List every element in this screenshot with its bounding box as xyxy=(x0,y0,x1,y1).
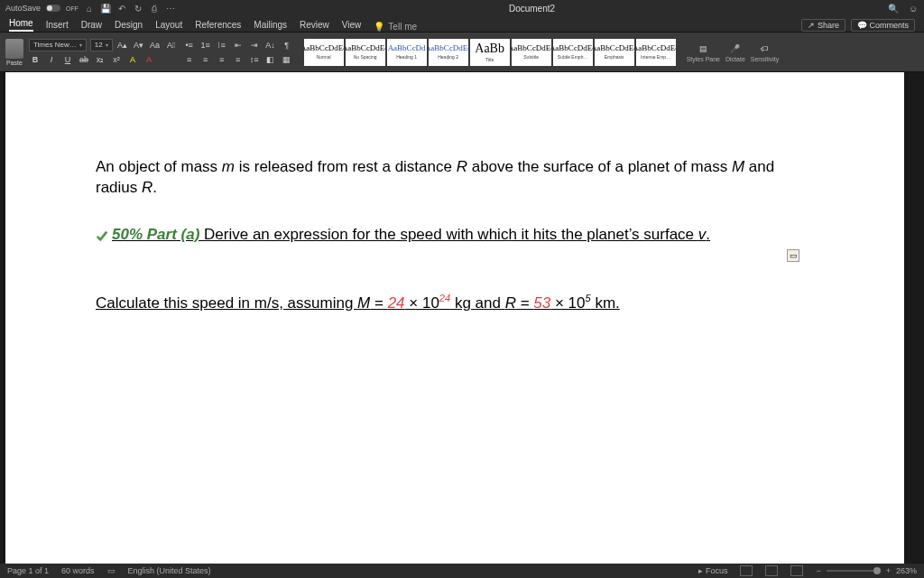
style-emphasis[interactable]: AaBbCcDdEeEmphasis xyxy=(595,39,634,66)
layout-options-icon[interactable]: ▭ xyxy=(787,249,799,262)
sort-icon[interactable]: A↓ xyxy=(264,39,277,51)
font-color-icon[interactable]: A xyxy=(143,53,155,66)
highlight-icon[interactable]: A xyxy=(126,53,139,66)
numbering-icon[interactable]: 1≡ xyxy=(199,39,212,51)
outdent-icon[interactable]: ⇤ xyxy=(232,39,245,51)
style-title[interactable]: AaBbTitle xyxy=(470,39,510,66)
strike-icon[interactable]: ab xyxy=(78,53,90,66)
tab-mailings[interactable]: Mailings xyxy=(254,20,287,32)
line-spacing-icon[interactable]: ↕≡ xyxy=(248,53,261,66)
clear-format-icon[interactable]: A⃠ xyxy=(165,39,178,51)
bullets-icon[interactable]: •≡ xyxy=(183,39,196,51)
autosave-state: OFF xyxy=(66,5,79,12)
redo-icon[interactable]: ↻ xyxy=(133,3,143,14)
save-icon[interactable]: 💾 xyxy=(100,3,111,14)
justify-icon[interactable]: ≡ xyxy=(232,53,245,66)
undo-icon[interactable]: ↶ xyxy=(116,3,127,14)
underline-icon[interactable]: U xyxy=(61,53,74,66)
sensitivity-button[interactable]: 🏷 Sensitivity xyxy=(751,42,780,62)
shading-icon[interactable]: ◧ xyxy=(264,53,277,66)
print-layout-icon[interactable] xyxy=(765,565,778,576)
tab-references[interactable]: References xyxy=(195,20,241,32)
style-subtitle[interactable]: AaBbCcDdEeSubtitle xyxy=(512,39,551,66)
style-sample: AaBbCcDdEe xyxy=(595,44,634,52)
subscript-icon[interactable]: x₂ xyxy=(94,53,106,66)
style-label: Heading 1 xyxy=(396,54,417,60)
tab-home[interactable]: Home xyxy=(9,18,33,32)
autosave-toggle[interactable] xyxy=(46,5,60,12)
dictate-button[interactable]: 🎤 Dictate xyxy=(725,42,745,62)
print-icon[interactable]: ⎙ xyxy=(149,3,160,14)
share-button[interactable]: ↗ Share xyxy=(801,19,845,32)
chevron-down-icon: ▾ xyxy=(106,40,108,51)
style-intense-emp-[interactable]: AaBbCcDdEeIntense Emp… xyxy=(636,39,676,66)
multilevel-icon[interactable]: ⁝≡ xyxy=(216,39,228,51)
tab-insert[interactable]: Insert xyxy=(46,20,69,32)
paragraph-calculate[interactable]: Calculate this speed in m/s, assuming M … xyxy=(96,294,781,312)
change-case-icon[interactable]: Aa xyxy=(149,39,162,51)
tab-layout[interactable]: Layout xyxy=(155,20,182,32)
page-content[interactable]: An object of mass m is released from res… xyxy=(96,157,781,312)
align-left-icon[interactable]: ≡ xyxy=(183,53,196,66)
status-page[interactable]: Page 1 of 1 xyxy=(7,566,49,575)
style-heading-2[interactable]: AaBbCcDdEeHeading 2 xyxy=(429,39,468,66)
style-label: Subtitle xyxy=(523,54,539,60)
style-label: Heading 2 xyxy=(438,54,458,60)
style-label: Subtle Emph… xyxy=(558,54,588,60)
bold-icon[interactable]: B xyxy=(29,53,42,66)
grow-font-icon[interactable]: A▴ xyxy=(116,39,129,51)
read-mode-icon[interactable] xyxy=(740,565,753,576)
ribbon: Paste Times New…▾ 12▾ A▴ A▾ Aa A⃠ B I U … xyxy=(0,33,924,72)
style-sample: AaBbCcDdEe xyxy=(636,44,676,52)
style-heading-1[interactable]: AaBbCcDdHeading 1 xyxy=(387,39,427,66)
zoom-slider[interactable] xyxy=(827,570,881,572)
zoom-in-icon[interactable]: + xyxy=(886,566,891,575)
zoom-out-icon[interactable]: − xyxy=(816,566,820,575)
smile-icon[interactable]: ☺ xyxy=(908,3,919,14)
web-layout-icon[interactable] xyxy=(790,565,803,576)
focus-mode-button[interactable]: ▸ Focus xyxy=(698,566,727,575)
font-group: Times New…▾ 12▾ A▴ A▾ Aa A⃠ B I U ab x₂ … xyxy=(29,39,178,66)
align-center-icon[interactable]: ≡ xyxy=(199,53,212,66)
tab-review[interactable]: Review xyxy=(300,20,329,32)
page[interactable]: An object of mass m is released from res… xyxy=(5,72,904,564)
style-subtle-emph-[interactable]: AaBbCcDdEeSubtle Emph… xyxy=(553,39,593,66)
more-icon[interactable]: ⋯ xyxy=(165,3,176,14)
font-name-select[interactable]: Times New…▾ xyxy=(29,39,87,51)
style-label: Emphasis xyxy=(605,54,624,60)
style-sample: AaBb xyxy=(475,42,504,55)
ribbon-tabs: Home Insert Draw Design Layout Reference… xyxy=(0,16,924,33)
status-words[interactable]: 60 words xyxy=(61,566,95,575)
show-marks-icon[interactable]: ¶ xyxy=(281,39,293,51)
indent-icon[interactable]: ⇥ xyxy=(248,39,261,51)
shrink-font-icon[interactable]: A▾ xyxy=(133,39,145,51)
search-icon[interactable]: 🔍 xyxy=(888,3,899,14)
chevron-down-icon: ▾ xyxy=(79,40,82,51)
status-spellcheck-icon[interactable]: ▭ xyxy=(107,566,116,575)
tab-design[interactable]: Design xyxy=(115,20,143,32)
styles-pane-button[interactable]: ▤ Styles Pane xyxy=(687,42,720,62)
zoom-control[interactable]: − + 263% xyxy=(816,566,917,575)
align-right-icon[interactable]: ≡ xyxy=(216,53,228,66)
status-language[interactable]: English (United States) xyxy=(128,566,211,575)
borders-icon[interactable]: ▦ xyxy=(281,53,293,66)
mic-icon: 🎤 xyxy=(729,42,742,55)
autosave-label: AutoSave xyxy=(5,4,41,13)
style-sample: AaBbCcDdEe xyxy=(553,44,593,52)
style-label: Normal xyxy=(317,54,331,60)
paste-group[interactable]: Paste xyxy=(5,33,23,71)
style-normal[interactable]: AaBbCcDdEeNormal xyxy=(304,39,344,66)
font-size-select[interactable]: 12▾ xyxy=(90,39,113,51)
comments-button[interactable]: 💬 Comments xyxy=(851,19,915,32)
paragraph-part-a[interactable]: 50% Part (a) Derive an expression for th… xyxy=(96,226,781,244)
paragraph-intro[interactable]: An object of mass m is released from res… xyxy=(96,157,781,199)
home-icon[interactable]: ⌂ xyxy=(84,3,95,14)
title-bar: AutoSave OFF ⌂ 💾 ↶ ↻ ⎙ ⋯ Document2 🔍 ☺ xyxy=(0,0,924,16)
superscript-icon[interactable]: x² xyxy=(110,53,123,66)
style-no-spacing[interactable]: AaBbCcDdEeNo Spacing xyxy=(346,39,385,66)
italic-icon[interactable]: I xyxy=(45,53,58,66)
zoom-value: 263% xyxy=(896,566,917,575)
tab-view[interactable]: View xyxy=(342,20,362,32)
tab-draw[interactable]: Draw xyxy=(81,20,102,32)
tell-me[interactable]: 💡 Tell me xyxy=(374,22,417,32)
